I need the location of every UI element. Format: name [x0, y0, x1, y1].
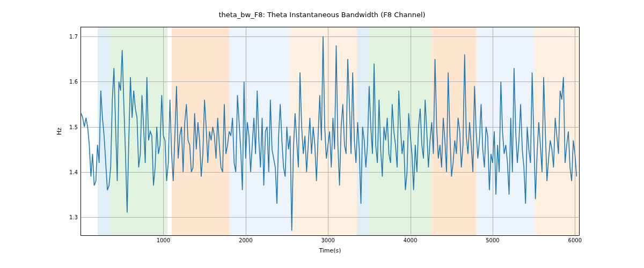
x-axis-label: Time(s)	[81, 247, 579, 254]
xtick-label: 3000	[321, 237, 334, 243]
series-line	[81, 36, 576, 231]
figure: theta_bw_F8: Theta Instantaneous Bandwid…	[0, 0, 644, 268]
chart-title: theta_bw_F8: Theta Instantaneous Bandwid…	[0, 11, 644, 19]
xtick-label: 4000	[404, 237, 417, 243]
ytick-label: 1.5	[69, 124, 78, 130]
ytick-label: 1.3	[69, 214, 78, 220]
axes: 100020003000400050006000 1.31.41.51.61.7…	[80, 27, 580, 236]
plot-area	[81, 27, 579, 235]
y-axis-label: Hz	[56, 128, 63, 135]
line-plot	[81, 27, 579, 235]
ytick-label: 1.4	[69, 169, 78, 175]
xtick-label: 1000	[157, 237, 170, 243]
xtick-label: 6000	[568, 237, 582, 243]
xtick-label: 5000	[486, 237, 499, 243]
ytick-label: 1.7	[69, 33, 78, 39]
xtick-label: 2000	[239, 237, 252, 243]
ytick-label: 1.6	[69, 79, 78, 85]
